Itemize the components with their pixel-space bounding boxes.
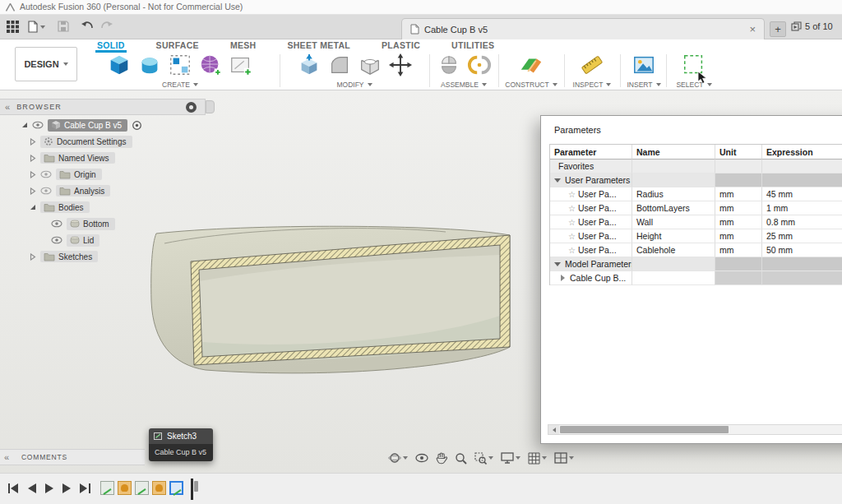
expander-expanded-icon[interactable] xyxy=(30,204,36,210)
tab-solid[interactable]: SOLID xyxy=(95,39,127,53)
expander-collapsed-icon[interactable] xyxy=(30,138,36,146)
construction-plane-icon[interactable] xyxy=(518,53,544,81)
create-sketch-icon[interactable] xyxy=(229,53,253,81)
active-component-icon[interactable] xyxy=(132,120,142,131)
favorite-star-icon[interactable]: ☆ xyxy=(568,204,576,213)
table-row-favorites[interactable]: Favorites xyxy=(550,160,842,173)
browser-display-toggle[interactable] xyxy=(186,102,197,113)
timeline-extrude-icon[interactable] xyxy=(118,481,132,495)
browser-item-root[interactable]: Cable Cup B v5 xyxy=(0,117,218,133)
favorite-star-icon[interactable]: ☆ xyxy=(568,232,576,241)
favorite-star-icon[interactable]: ☆ xyxy=(568,190,576,199)
viewports-icon[interactable] xyxy=(554,452,574,464)
grid-settings-icon[interactable] xyxy=(528,452,547,465)
look-at-icon[interactable] xyxy=(415,453,428,463)
table-row-height[interactable]: ☆User Pa... Height mm 25 mm xyxy=(550,229,842,243)
comments-bar[interactable]: « COMMENTS xyxy=(0,449,145,465)
timeline-sketch3-icon-selected[interactable] xyxy=(169,481,183,495)
expander-collapsed-icon[interactable] xyxy=(30,171,36,178)
skip-start-icon[interactable] xyxy=(8,482,19,497)
visibility-eye-icon[interactable] xyxy=(32,121,44,129)
step-forward-icon[interactable] xyxy=(62,482,71,497)
horizontal-scrollbar[interactable] xyxy=(548,424,842,435)
tab-mesh[interactable]: MESH xyxy=(229,39,258,53)
new-component-icon[interactable] xyxy=(437,53,461,81)
browser-item-bottom[interactable]: Bottom xyxy=(0,215,218,232)
new-tab-button[interactable]: + xyxy=(770,21,786,37)
visibility-eye-icon[interactable] xyxy=(51,220,62,228)
expander-collapsed-icon[interactable] xyxy=(30,155,36,162)
measure-icon[interactable] xyxy=(580,53,604,81)
group-label-inspect[interactable]: INSPECT xyxy=(566,81,618,89)
skip-end-icon[interactable] xyxy=(80,482,90,497)
visibility-eye-icon[interactable] xyxy=(40,170,52,178)
file-menu-icon[interactable] xyxy=(28,21,45,33)
group-label-construct[interactable]: CONSTRUCT xyxy=(500,81,562,89)
group-label-select[interactable]: SELECT xyxy=(668,81,720,89)
workspace-selector[interactable]: DESIGN xyxy=(15,47,77,81)
browser-item-analysis[interactable]: Analysis xyxy=(0,183,218,199)
extrude-icon[interactable] xyxy=(107,53,132,81)
timeline-sketch-icon[interactable] xyxy=(100,481,114,495)
collapse-caret-icon[interactable] xyxy=(554,178,561,183)
scroll-left-icon[interactable] xyxy=(548,425,559,434)
tab-surface[interactable]: SURFACE xyxy=(155,39,201,53)
scrollbar-thumb[interactable] xyxy=(560,426,729,433)
browser-collapse-icon[interactable]: « xyxy=(5,102,10,112)
pan-icon[interactable] xyxy=(436,452,447,465)
table-row-cable-cup[interactable]: Cable Cup B... xyxy=(550,271,842,285)
browser-panel-handle[interactable] xyxy=(206,100,215,113)
expand-caret-icon[interactable] xyxy=(561,275,565,281)
expander-collapsed-icon[interactable] xyxy=(30,253,36,261)
favorite-star-icon[interactable]: ☆ xyxy=(568,246,576,255)
tab-plastic[interactable]: PLASTIC xyxy=(380,39,422,53)
timeline-sketch-icon[interactable] xyxy=(135,481,149,495)
timeline-extrude-icon[interactable] xyxy=(152,481,166,495)
table-row-model-parameters[interactable]: Model Parameters xyxy=(550,257,842,271)
revolve-icon[interactable] xyxy=(137,53,162,81)
table-row-bottomlayers[interactable]: ☆User Pa... BottomLayers mm 1 mm xyxy=(550,201,842,215)
favorite-star-icon[interactable]: ☆ xyxy=(568,218,576,227)
orbit-icon[interactable] xyxy=(388,451,408,465)
step-back-icon[interactable] xyxy=(28,482,36,497)
rectangular-pattern-icon[interactable] xyxy=(168,53,192,81)
undo-icon[interactable] xyxy=(81,21,94,35)
group-label-create[interactable]: CREATE xyxy=(82,81,278,89)
group-label-assemble[interactable]: ASSEMBLE xyxy=(431,81,497,89)
browser-item-origin[interactable]: Origin xyxy=(0,166,218,183)
tab-close-icon[interactable]: × xyxy=(749,24,756,35)
comments-collapse-icon[interactable]: « xyxy=(4,452,10,462)
shell-icon[interactable] xyxy=(358,53,382,81)
timeline-position-marker[interactable] xyxy=(191,479,201,500)
fillet-icon[interactable] xyxy=(327,53,352,81)
zoom-icon[interactable] xyxy=(455,452,467,465)
expander-expanded-icon[interactable] xyxy=(21,122,28,128)
tab-counter[interactable]: 5 of 10 xyxy=(791,21,833,31)
table-row-wall[interactable]: ☆User Pa... Wall mm 0.8 mm xyxy=(550,215,842,229)
document-tab[interactable]: Cable Cup B v5 × xyxy=(401,18,765,39)
visibility-eye-icon[interactable] xyxy=(40,187,52,195)
insert-image-icon[interactable] xyxy=(632,53,655,80)
expander-collapsed-icon[interactable] xyxy=(30,187,36,195)
tab-utilities[interactable]: UTILITIES xyxy=(450,39,496,53)
browser-item-document-settings[interactable]: Document Settings xyxy=(0,133,218,150)
group-label-modify[interactable]: MODIFY xyxy=(281,81,428,89)
move-icon[interactable] xyxy=(388,53,413,81)
display-settings-icon[interactable] xyxy=(501,452,520,464)
save-icon[interactable] xyxy=(58,21,69,35)
press-pull-icon[interactable] xyxy=(297,53,322,81)
table-row-radius[interactable]: ☆User Pa... Radius mm 45 mm xyxy=(550,187,842,201)
browser-item-lid[interactable]: Lid xyxy=(0,232,218,248)
group-label-insert[interactable]: INSERT xyxy=(622,81,666,89)
browser-header[interactable]: « BROWSER xyxy=(0,99,206,115)
redo-icon[interactable] xyxy=(100,21,113,35)
zoom-window-icon[interactable] xyxy=(474,452,493,465)
browser-item-sketches[interactable]: Sketches xyxy=(0,248,218,265)
play-icon[interactable] xyxy=(45,482,53,497)
tab-sheet-metal[interactable]: SHEET METAL xyxy=(285,39,352,53)
app-grid-icon[interactable] xyxy=(7,21,19,36)
browser-item-bodies[interactable]: Bodies xyxy=(0,199,218,215)
visibility-eye-icon[interactable] xyxy=(51,236,62,244)
form-icon[interactable] xyxy=(198,53,223,81)
collapse-caret-icon[interactable] xyxy=(554,262,561,266)
